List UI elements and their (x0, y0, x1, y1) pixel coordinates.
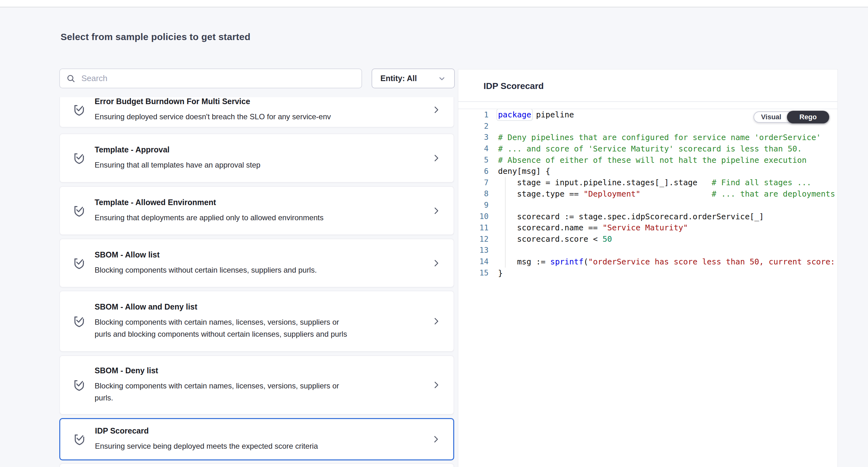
policy-card-text: IDP Scorecard Ensuring service being dep… (95, 426, 318, 452)
code-line: 11 scorecard.name == "Service Maturity" (458, 222, 837, 233)
chevron-down-icon (438, 75, 446, 83)
policy-library-screen: Select from sample policies to get start… (0, 0, 868, 467)
policy-card-text: Template - Allowed Environment Ensuring … (95, 198, 323, 224)
line-number: 1 (458, 111, 489, 119)
line-number: 10 (458, 212, 489, 221)
code-line-content: # Absence of either of these will not ha… (489, 155, 806, 165)
policy-description: Blocking components with certain names, … (95, 380, 339, 404)
policy-list: Error Budget Burndown For Multi Service … (59, 97, 454, 467)
code-line: 10 scorecard := stage.spec.idpScorecard.… (458, 211, 837, 222)
code-line: 12 scorecard.score < 50 (458, 233, 837, 245)
code-line-content: } (489, 268, 503, 278)
code-line-content: package pipeline (489, 110, 574, 119)
line-number: 13 (458, 246, 489, 255)
policy-title: SBOM - Allow list (95, 250, 317, 259)
indent-guide (505, 177, 505, 268)
line-number: 4 (458, 144, 489, 153)
code-line: 3 # Deny pipelines that are configured f… (458, 132, 837, 143)
shield-check-icon (72, 432, 87, 446)
policy-card-text: SBOM - Allow and Deny list Blocking comp… (95, 302, 347, 340)
chevron-right-icon[interactable] (432, 258, 441, 268)
shield-check-icon (72, 151, 86, 165)
code-line-content: stage = input.pipeline.stages[_].stage #… (489, 178, 811, 187)
code-line: 9 (458, 199, 837, 211)
policy-card-text: SBOM - Allow list Blocking components wi… (95, 250, 317, 276)
code-line: 4 # ... and score of 'Service Maturity' … (458, 143, 837, 154)
code-line-content: msg := sprintf("orderService has score l… (489, 257, 837, 266)
chevron-right-icon[interactable] (432, 153, 441, 164)
shield-check-icon (72, 378, 86, 392)
policy-title: SBOM - Deny list (95, 366, 339, 375)
policy-card-text: SBOM - Deny list Blocking components wit… (95, 366, 339, 404)
policy-description: Ensuring that deployments are applied on… (95, 212, 323, 224)
entity-filter-dropdown[interactable]: Entity: All (372, 68, 455, 88)
chevron-right-icon[interactable] (432, 316, 441, 327)
code-line: 14 msg := sprintf("orderService has scor… (458, 256, 837, 267)
line-number: 12 (458, 235, 489, 243)
line-number: 3 (458, 133, 489, 142)
line-number: 7 (458, 178, 489, 187)
policy-description: Blocking components with certain names, … (95, 316, 347, 340)
policy-card-1[interactable]: Error Budget Burndown For Multi Service … (59, 97, 454, 127)
policy-description: Ensuring deployed service doesn't breach… (95, 111, 331, 123)
code-line-content: scorecard := stage.spec.idpScorecard.ord… (489, 212, 764, 221)
policy-title: Template - Allowed Environment (95, 198, 323, 207)
chevron-right-icon[interactable] (431, 434, 441, 445)
rego-mode-button[interactable]: Rego (787, 111, 829, 123)
line-number: 14 (458, 257, 489, 266)
policy-card-4[interactable]: SBOM - Allow list Blocking components wi… (59, 238, 454, 288)
policy-description: Ensuring service being deployed meets th… (95, 440, 318, 452)
search-icon (66, 74, 76, 83)
line-number: 15 (458, 268, 489, 278)
code-line-content: scorecard.score < 50 (489, 234, 612, 243)
policy-card-2[interactable]: Template - Approval Ensuring that all te… (59, 134, 454, 183)
code-line: 13 (458, 245, 837, 256)
shield-check-icon (72, 103, 86, 117)
next-policy-card-partial[interactable] (59, 463, 454, 467)
page-title: Select from sample policies to get start… (61, 32, 250, 42)
search-box[interactable] (59, 68, 362, 88)
line-number: 9 (458, 201, 489, 209)
code-line: 8 stage.type == "Deployment" # ... that … (458, 188, 837, 200)
code-line: 6 deny[msg] { (458, 166, 837, 177)
policy-card-7[interactable]: IDP Scorecard Ensuring service being dep… (59, 418, 454, 460)
policy-card-text: Template - Approval Ensuring that all te… (95, 145, 260, 171)
policy-card-text: Error Budget Burndown For Multi Service … (95, 97, 331, 123)
policy-description: Ensuring that all templates have an appr… (95, 159, 260, 171)
search-input[interactable] (81, 73, 355, 84)
line-number: 8 (458, 189, 489, 198)
code-line: 7 stage = input.pipeline.stages[_].stage… (458, 177, 837, 188)
code-line-content: # Deny pipelines that are configured for… (489, 133, 821, 142)
policy-card-3[interactable]: Template - Allowed Environment Ensuring … (59, 186, 454, 235)
chevron-right-icon[interactable] (432, 380, 441, 390)
line-number: 11 (458, 224, 489, 232)
editor-mode-toggle: Visual Rego (753, 111, 829, 123)
code-line-content: deny[msg] { (489, 167, 550, 176)
code-line-content: stage.type == "Deployment" # ... that ar… (489, 189, 835, 199)
shield-check-icon (72, 256, 86, 270)
code-line-content: # ... and score of 'Service Maturity' sc… (489, 144, 802, 153)
code-line-content: scorecard.name == "Service Maturity" (489, 223, 688, 232)
policy-detail-panel: IDP Scorecard 1 package pipeline 2 3 # D… (458, 69, 838, 467)
shield-check-icon (72, 314, 86, 328)
policy-title: SBOM - Allow and Deny list (95, 302, 347, 312)
detail-panel-title: IDP Scorecard (484, 81, 544, 91)
visual-mode-button[interactable]: Visual (754, 112, 788, 122)
shield-check-icon (72, 204, 86, 218)
top-app-bar (0, 0, 868, 7)
line-number: 6 (458, 167, 489, 176)
policy-title: IDP Scorecard (95, 426, 318, 435)
policy-title: Template - Approval (95, 145, 260, 154)
policy-description: Blocking components without certain lice… (95, 264, 317, 276)
entity-filter-label: Entity: All (380, 74, 417, 83)
code-line: 15 } (458, 267, 837, 279)
code-line: 5 # Absence of either of these will not … (458, 154, 837, 166)
chevron-right-icon[interactable] (432, 205, 441, 216)
line-number: 5 (458, 155, 489, 165)
chevron-right-icon[interactable] (432, 105, 441, 115)
line-number: 2 (458, 122, 489, 130)
policy-card-6[interactable]: SBOM - Deny list Blocking components wit… (59, 355, 454, 415)
policy-title: Error Budget Burndown For Multi Service (95, 97, 331, 106)
policy-card-5[interactable]: SBOM - Allow and Deny list Blocking comp… (59, 291, 454, 352)
rego-code-editor[interactable]: 1 package pipeline 2 3 # Deny pipelines … (458, 109, 837, 467)
